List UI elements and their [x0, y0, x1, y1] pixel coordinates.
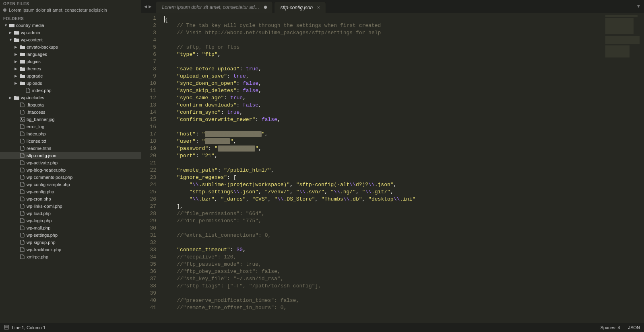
tab-overflow-icon[interactable]: ▼: [633, 0, 644, 13]
tree-folder[interactable]: ▶wp-includes: [0, 94, 141, 101]
status-bar: Line 1, Column 1 Spaces: 4 JSON: [0, 323, 644, 332]
folder-icon: [19, 81, 25, 86]
tree-item-label: plugins: [27, 59, 41, 64]
tree-item-label: wp-trackback.php: [27, 247, 61, 252]
tree-folder[interactable]: ▶uploads: [0, 80, 141, 87]
tree-folder[interactable]: ▶plugins: [0, 58, 141, 65]
line-number: 7: [141, 58, 156, 66]
chevron-right-icon[interactable]: ▶: [9, 31, 13, 35]
tree-file[interactable]: index.php: [0, 87, 141, 94]
tree-item-label: upgrade: [27, 74, 43, 78]
code-line: [164, 37, 604, 44]
image-icon: [19, 117, 25, 122]
tree-file[interactable]: wp-cron.php: [0, 195, 141, 203]
tree-file[interactable]: .htaccess: [0, 109, 141, 116]
code-line: "save_before_upload": true,: [164, 66, 604, 73]
tree-file[interactable]: error_log: [0, 123, 141, 130]
tree-folder[interactable]: ▼country-media: [0, 22, 141, 29]
nav-forward-icon[interactable]: ▶: [149, 4, 151, 10]
statusbar-menu-icon[interactable]: [4, 325, 9, 330]
code-line: "sync_same_age": true,: [164, 94, 604, 102]
file-icon: [19, 124, 25, 129]
tree-file[interactable]: wp-load.php: [0, 210, 141, 217]
line-number: 21: [141, 160, 156, 167]
text-cursor: [164, 16, 165, 23]
tree-item-label: wp-login.php: [27, 218, 52, 223]
tree-file[interactable]: wp-config-sample.php: [0, 181, 141, 188]
tree-file[interactable]: sftp-config.json: [0, 152, 141, 159]
tab[interactable]: Lorem ipsum dolor sit amet, consectetur …: [156, 2, 273, 13]
line-number: 15: [141, 116, 156, 123]
tree-file[interactable]: wp-signup.php: [0, 239, 141, 246]
line-number: 35: [141, 261, 156, 268]
close-icon[interactable]: ×: [317, 4, 320, 10]
tree-file[interactable]: readme.html: [0, 145, 141, 152]
tree-item-label: wp-links-opml.php: [27, 204, 62, 209]
line-number: 40: [141, 297, 156, 304]
line-number: 6: [141, 51, 156, 58]
tree-file[interactable]: bg_banner.jpg: [0, 116, 141, 123]
code-line: "confirm_overwrite_newer": false,: [164, 116, 604, 123]
chevron-right-icon[interactable]: ▶: [14, 45, 19, 49]
tree-file[interactable]: wp-activate.php: [0, 159, 141, 166]
folder-icon: [19, 59, 25, 64]
tree-file[interactable]: xmlrpc.php: [0, 253, 141, 260]
tab[interactable]: sftp-config.json×: [275, 2, 326, 13]
tree-file[interactable]: wp-comments-post.php: [0, 174, 141, 181]
syntax-setting[interactable]: JSON: [628, 325, 640, 330]
chevron-right-icon[interactable]: ▶: [14, 74, 19, 78]
code-line: //"preserve_modification_times": false,: [164, 297, 604, 304]
tree-file[interactable]: wp-config.php: [0, 188, 141, 195]
tree-file[interactable]: wp-links-opml.php: [0, 203, 141, 210]
line-number: 3: [141, 29, 156, 37]
file-icon: [19, 160, 25, 165]
editor-body: 1234567891011121314151617181920212223242…: [141, 13, 644, 323]
tree-file[interactable]: wp-blog-header.php: [0, 166, 141, 174]
tree-item-label: wp-blog-header.php: [27, 168, 66, 172]
svg-rect-2: [4, 325, 8, 329]
sidebar: OPEN FILES Lorem ipsum dolor sit amet, c…: [0, 0, 141, 323]
tree-folder[interactable]: ▶themes: [0, 65, 141, 72]
tree-file[interactable]: wp-mail.php: [0, 224, 141, 232]
tree-file[interactable]: .ftpquota: [0, 101, 141, 109]
chevron-down-icon[interactable]: ▼: [9, 38, 13, 42]
tree-item-label: index.php: [32, 88, 52, 93]
tree-folder[interactable]: ▶wp-admin: [0, 29, 141, 36]
tree-file[interactable]: wp-trackback.php: [0, 246, 141, 253]
tree-folder[interactable]: ▶upgrade: [0, 72, 141, 80]
tree-folder[interactable]: ▶envato-backups: [0, 43, 141, 51]
tree-file[interactable]: wp-settings.php: [0, 232, 141, 239]
file-icon: [19, 153, 25, 158]
chevron-right-icon[interactable]: ▶: [14, 67, 19, 71]
line-number: 36: [141, 268, 156, 275]
line-number: 17: [141, 131, 156, 138]
chevron-right-icon[interactable]: ▶: [14, 81, 19, 85]
code-line: {: [164, 15, 604, 22]
minimap[interactable]: [604, 13, 644, 323]
code-line: "sync_skip_deletes": false,: [164, 87, 604, 94]
folder-icon: [19, 52, 25, 57]
line-number: 24: [141, 181, 156, 189]
line-number: 10: [141, 80, 156, 87]
chevron-right-icon[interactable]: ▶: [14, 52, 19, 56]
indent-setting[interactable]: Spaces: 4: [601, 325, 620, 330]
tree-file[interactable]: wp-login.php: [0, 217, 141, 224]
tree-file[interactable]: license.txt: [0, 137, 141, 145]
code-area[interactable]: { // The tab key will cycle through the …: [161, 13, 604, 323]
file-icon: [19, 189, 25, 194]
code-line: "upload_on_save": true,: [164, 73, 604, 80]
tree-folder[interactable]: ▶languages: [0, 51, 141, 58]
chevron-down-icon[interactable]: ▼: [4, 23, 8, 27]
tree-item-label: uploads: [27, 81, 42, 86]
code-line: // sftp, ftp or ftps: [164, 44, 604, 51]
open-file-item[interactable]: Lorem ipsum dolor sit amet, consectetur …: [0, 7, 141, 15]
chevron-right-icon[interactable]: ▶: [9, 96, 13, 100]
line-number: 32: [141, 239, 156, 246]
chevron-right-icon[interactable]: ▶: [14, 59, 19, 64]
tree-folder[interactable]: ▼wp-content: [0, 36, 141, 43]
open-files-header: OPEN FILES: [0, 0, 141, 7]
code-line: //"extra_list_connections": 0,: [164, 232, 604, 239]
nav-back-icon[interactable]: ◀: [144, 4, 147, 10]
tree-file[interactable]: index.php: [0, 130, 141, 137]
tree-item-label: error_log: [27, 124, 44, 129]
